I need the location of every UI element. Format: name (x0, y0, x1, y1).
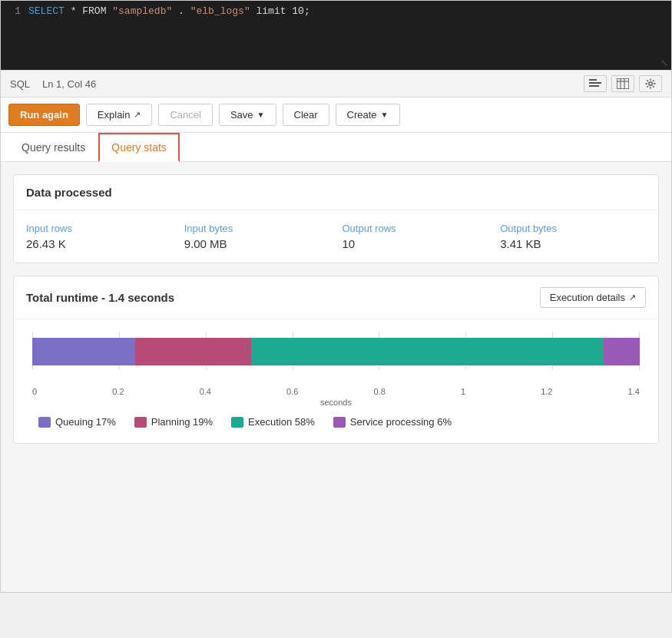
tabs-bar: Query results Query stats (1, 133, 671, 162)
legend-execution-color (231, 417, 243, 428)
create-dropdown-icon: ▼ (381, 111, 389, 119)
create-label: Create (347, 109, 377, 121)
x-label-02: 0.2 (112, 387, 124, 396)
x-label-14: 1.4 (628, 387, 640, 396)
code-text: SELECT * FROM "sampledb" . "elb_logs" li… (28, 5, 310, 17)
legend-planning-label: Planning 19% (151, 416, 213, 428)
data-processed-body: Input rows 26.43 K Input bytes 9.00 MB O… (14, 210, 658, 263)
toolbar: Run again Explain ↗ Cancel Save ▼ Clear … (1, 98, 671, 133)
runtime-header: Total runtime - 1.4 seconds Execution de… (14, 276, 658, 319)
legend-service: Service processing 6% (333, 416, 452, 428)
legend-execution: Execution 58% (231, 416, 315, 428)
x-axis-title: seconds (26, 398, 646, 407)
legend-service-color (333, 417, 346, 428)
status-icons (584, 75, 662, 92)
stat-input-rows: Input rows 26.43 K (26, 223, 172, 250)
chart-container: 0 0.2 0.4 0.6 0.8 1 1.2 1.4 seconds Queu… (14, 319, 658, 443)
tab-query-results[interactable]: Query results (8, 133, 98, 162)
bars-container (32, 338, 640, 364)
svg-point-7 (649, 82, 652, 85)
bar-queuing (32, 338, 135, 365)
save-button[interactable]: Save ▼ (219, 104, 276, 126)
legend-planning-color (134, 417, 147, 428)
explain-label: Explain (98, 109, 131, 121)
svg-rect-0 (589, 79, 597, 81)
legend-service-label: Service processing 6% (350, 416, 452, 428)
stats-grid: Input rows 26.43 K Input bytes 9.00 MB O… (26, 223, 646, 250)
stat-input-bytes: Input bytes 9.00 MB (184, 223, 330, 250)
execution-details-button[interactable]: Execution details ↗ (540, 287, 646, 308)
exec-details-icon: ↗ (629, 293, 636, 302)
x-label-1: 1 (461, 387, 465, 396)
x-label-12: 1.2 (541, 387, 552, 396)
bar-service (604, 338, 640, 365)
line-number: 1 (1, 5, 28, 17)
stat-input-bytes-value: 9.00 MB (184, 237, 330, 250)
x-label-08: 0.8 (374, 387, 386, 396)
cancel-button[interactable]: Cancel (158, 104, 212, 126)
x-label-06: 0.6 (286, 387, 298, 396)
create-button[interactable]: Create ▼ (336, 104, 400, 126)
status-info: SQL Ln 1, Col 46 (10, 78, 96, 90)
settings-icon-btn[interactable] (639, 75, 662, 92)
editor-line: 1 SELECT * FROM "sampledb" . "elb_logs" … (1, 1, 671, 21)
chart-legend: Queuing 17% Planning 19% Execution 58% S… (26, 407, 646, 437)
svg-rect-2 (589, 85, 599, 87)
external-link-icon: ↗ (134, 110, 141, 120)
language-label: SQL (10, 78, 30, 90)
main-container: 1 SELECT * FROM "sampledb" . "elb_logs" … (0, 0, 672, 593)
table-icon (617, 78, 629, 89)
bar-planning (135, 338, 250, 365)
stat-input-bytes-label: Input bytes (184, 223, 330, 234)
save-dropdown-icon: ▼ (257, 111, 265, 119)
svg-rect-3 (617, 78, 629, 89)
runtime-card: Total runtime - 1.4 seconds Execution de… (13, 276, 659, 444)
legend-planning: Planning 19% (134, 416, 213, 428)
clear-button[interactable]: Clear (283, 104, 329, 126)
status-bar: SQL Ln 1, Col 46 (1, 70, 671, 98)
stat-input-rows-label: Input rows (26, 223, 172, 234)
stat-output-bytes-label: Output bytes (500, 223, 646, 234)
runtime-title: Total runtime - 1.4 seconds (26, 291, 174, 304)
stat-output-bytes: Output bytes 3.41 KB (500, 223, 646, 250)
format-icon-btn[interactable] (584, 75, 607, 92)
bar-execution (251, 338, 604, 365)
table-icon-btn[interactable] (611, 75, 634, 92)
stat-output-rows-label: Output rows (343, 223, 488, 234)
cursor-position: Ln 1, Col 46 (42, 78, 96, 90)
run-again-button[interactable]: Run again (8, 104, 80, 126)
data-processed-title: Data processed (14, 175, 658, 210)
legend-queuing-color (38, 417, 51, 428)
format-icon (589, 78, 601, 89)
tab-query-stats[interactable]: Query stats (98, 133, 180, 162)
x-label-04: 0.4 (200, 387, 211, 396)
legend-queuing: Queuing 17% (38, 416, 116, 428)
editor-area[interactable]: 1 SELECT * FROM "sampledb" . "elb_logs" … (1, 1, 671, 70)
exec-details-label: Execution details (550, 292, 625, 303)
stat-output-rows: Output rows 10 (343, 223, 488, 250)
x-axis-labels: 0 0.2 0.4 0.6 0.8 1 1.2 1.4 (26, 387, 646, 396)
gear-icon (644, 78, 657, 89)
legend-execution-label: Execution 58% (248, 416, 315, 428)
x-label-0: 0 (32, 387, 37, 396)
content-area: Data processed Input rows 26.43 K Input … (1, 162, 671, 592)
svg-rect-1 (589, 82, 601, 84)
resize-handle[interactable]: ⤡ (660, 58, 668, 68)
data-processed-card: Data processed Input rows 26.43 K Input … (13, 174, 659, 263)
stat-input-rows-value: 26.43 K (26, 237, 172, 250)
save-label: Save (230, 109, 253, 121)
stat-output-bytes-value: 3.41 KB (500, 237, 646, 250)
legend-queuing-label: Queuing 17% (55, 416, 116, 428)
chart-inner (32, 332, 640, 385)
stat-output-rows-value: 10 (343, 237, 488, 250)
explain-button[interactable]: Explain ↗ (86, 104, 153, 126)
